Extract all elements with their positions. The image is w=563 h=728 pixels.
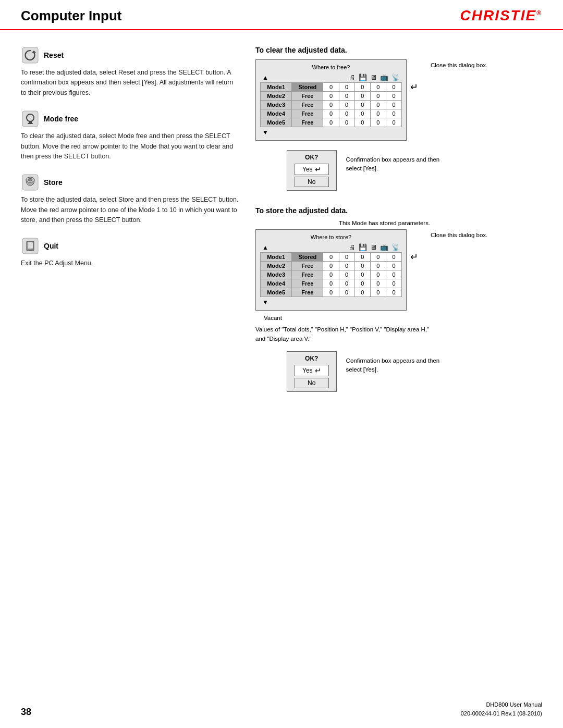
toolbar-icon-3: 🖥 — [370, 73, 377, 81]
store-section-title: To store the adjusted data. — [255, 206, 542, 215]
reset-header: Reset — [21, 46, 240, 65]
clear-annotations: Close this dialog box. — [431, 62, 487, 68]
store-dialog-toolbar: 🖨 💾 🖥 📺 📡 — [271, 243, 402, 251]
status-cell: Free — [292, 109, 323, 118]
store-toolbar-icon-4: 📺 — [380, 243, 388, 251]
page-number: 38 — [21, 707, 31, 718]
quit-icon — [21, 237, 40, 255]
this-mode-note: This Mode has stored parameters. — [339, 220, 542, 226]
enter-arrow-store: ↵ — [410, 251, 418, 263]
toolbar-icon-5: 📡 — [391, 73, 400, 81]
quit-header: Quit — [21, 237, 240, 255]
section-reset: Reset To reset the adjusted data, select… — [21, 46, 240, 98]
table-row: Mode5 Free 0 0 0 0 0 — [261, 118, 402, 127]
mode-cell: Mode2 — [261, 262, 292, 270]
status-cell: Free — [292, 288, 323, 297]
store-body: To store the adjusted data, select Store… — [21, 195, 240, 225]
store-dialog-header: Where to store? — [260, 234, 402, 240]
clear-section: To clear the adjusted data. Where to fre… — [255, 46, 542, 191]
clear-section-title: To clear the adjusted data. — [255, 46, 542, 54]
store-toolbar-icon-5: 📡 — [391, 243, 400, 251]
mode-free-header: Mode free — [21, 109, 240, 128]
page-header: Computer Input CHRISTIE® — [0, 0, 563, 30]
status-cell: Free — [292, 92, 323, 101]
mode-cell: Mode5 — [261, 118, 292, 127]
status-cell: Stored — [292, 83, 323, 92]
doc-title: DHD800 User Manual — [461, 700, 542, 709]
svg-rect-2 — [22, 111, 38, 127]
toolbar-icon-2: 💾 — [359, 73, 367, 81]
section-quit: Quit Exit the PC Adjust Menu. — [21, 237, 240, 268]
quit-body: Exit the PC Adjust Menu. — [21, 258, 240, 268]
table-row: Mode4 Free 0 0 0 0 0 — [261, 109, 402, 118]
status-cell: Stored — [292, 253, 323, 262]
arrow-down-indicator: ▼ — [260, 129, 402, 136]
table-row: Mode2 Free 0 0 0 0 0 — [261, 92, 402, 101]
store-toolbar-icon-1: 🖨 — [349, 243, 356, 251]
yes-button[interactable]: Yes ↵ — [295, 164, 329, 175]
reset-body: To reset the adjusted data, select Reset… — [21, 68, 240, 98]
toolbar-icon-1: 🖨 — [349, 73, 356, 81]
close-dialog-annotation: Close this dialog box. — [431, 62, 487, 68]
brand-logo: CHRISTIE® — [460, 7, 542, 24]
reset-title: Reset — [44, 51, 64, 59]
yes-enter-arrow: ↵ — [315, 165, 321, 174]
arrow-up-icon-store: ▲ — [262, 244, 268, 251]
clear-ok-box: OK? Yes ↵ No — [287, 150, 337, 191]
clear-dialog: Where to free? ▲ 🖨 💾 🖥 📺 📡 — [255, 59, 407, 141]
store-no-button[interactable]: No — [295, 378, 329, 388]
status-cell: Free — [292, 118, 323, 127]
status-cell: Free — [292, 279, 323, 288]
enter-arrow-clear: ↵ — [410, 81, 418, 93]
clear-dialog-table: Mode1 Stored 0 0 0 0 0 Mode2 — [260, 82, 402, 127]
store-ok-label: OK? — [305, 355, 318, 362]
status-cell: Free — [292, 262, 323, 270]
quit-title: Quit — [44, 242, 58, 250]
svg-rect-5 — [28, 123, 33, 124]
store-ok-area: OK? Yes ↵ No Confirmation box appears an… — [287, 351, 542, 392]
doc-info: DHD800 User Manual 020-000244-01 Rev.1 (… — [461, 700, 542, 718]
table-row: Mode1 Stored 0 0 0 0 0 — [261, 253, 402, 262]
table-row: Mode3 Free 0 0 0 0 0 — [261, 101, 402, 109]
quit-icon-svg — [22, 238, 39, 254]
mode-cell: Mode5 — [261, 288, 292, 297]
right-column: To clear the adjusted data. Where to fre… — [255, 46, 542, 408]
store-section: To store the adjusted data. This Mode ha… — [255, 206, 542, 392]
yes-label: Yes — [302, 166, 313, 173]
reset-icon-svg — [22, 47, 39, 64]
section-mode-free: Mode free To clear the adjusted data, se… — [21, 109, 240, 162]
store-close-annotation: Close this dialog box. — [431, 232, 487, 238]
svg-rect-12 — [28, 242, 33, 249]
clear-ok-area: OK? Yes ↵ No Confirmation box appears an… — [287, 150, 542, 191]
reset-icon — [21, 46, 40, 65]
brand-name: CHRISTIE — [460, 7, 536, 23]
clear-confirm-annotation: Confirmation box appears and then select… — [346, 155, 450, 174]
mode-cell: Mode4 — [261, 279, 292, 288]
left-column: Reset To reset the adjusted data, select… — [21, 46, 240, 408]
no-button[interactable]: No — [295, 177, 329, 187]
clear-dialog-toolbar: 🖨 💾 🖥 📺 📡 — [271, 73, 402, 81]
clear-dialog-icons-row: ▲ 🖨 💾 🖥 📺 📡 — [260, 72, 402, 82]
store-title: Store — [44, 178, 63, 187]
mode-cell: Mode1 — [261, 253, 292, 262]
mode-free-title: Mode free — [44, 115, 78, 123]
vacant-label: Vacant — [264, 315, 282, 321]
store-dialog-wrapper: Where to store? ▲ 🖨 💾 🖥 📺 📡 — [255, 229, 407, 311]
store-dialog: Where to store? ▲ 🖨 💾 🖥 📺 📡 — [255, 229, 407, 311]
store-yes-arrow: ↵ — [315, 366, 321, 375]
mode-cell: Mode4 — [261, 109, 292, 118]
page-title: Computer Input — [21, 8, 122, 24]
trademark: ® — [536, 9, 542, 17]
mode-cell: Mode2 — [261, 92, 292, 101]
ok-label: OK? — [305, 154, 318, 161]
store-icon-svg — [22, 174, 39, 191]
svg-point-9 — [28, 179, 32, 181]
status-cell: Free — [292, 101, 323, 109]
clear-dialog-wrapper: Where to free? ▲ 🖨 💾 🖥 📺 📡 — [255, 59, 407, 141]
page-footer: 38 DHD800 User Manual 020-000244-01 Rev.… — [0, 700, 563, 718]
table-row: Mode2 Free 0 0 0 0 0 — [261, 262, 402, 270]
store-header: Store — [21, 173, 240, 192]
store-yes-button[interactable]: Yes ↵ — [295, 365, 329, 376]
table-row: Mode4 Free 0 0 0 0 0 — [261, 279, 402, 288]
store-no-label: No — [308, 379, 315, 387]
